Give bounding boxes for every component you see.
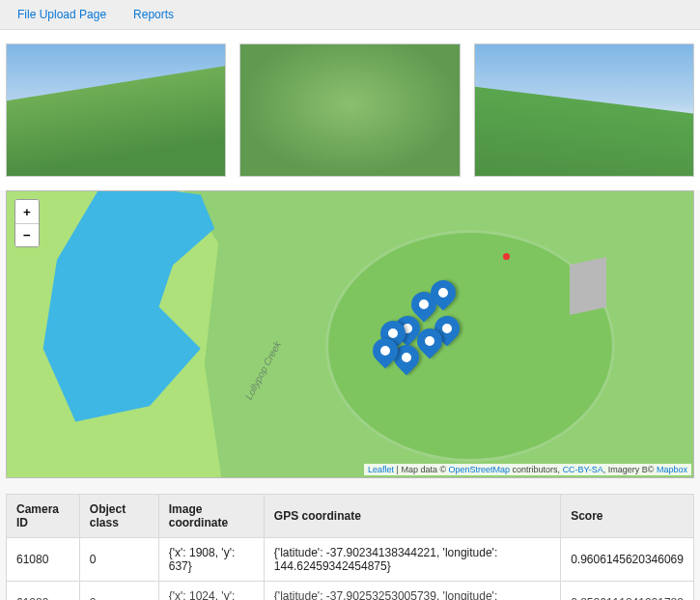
col-camera-id: Camera ID [7,495,80,538]
cell-gps-coord: {'latitude': -37.90234138344221, 'longit… [264,538,560,582]
map-zoom-control: + − [14,199,40,247]
cell-gps-coord: {'latitude': -37.90253253005739, 'longit… [264,582,560,601]
map-attribution: Leaflet | Map data © OpenStreetMap contr… [364,464,691,475]
cell-score: 0.8526111841201782 [561,582,694,601]
camera-thumbnail-2[interactable] [239,43,460,177]
attr-leaflet[interactable]: Leaflet [368,465,394,474]
top-nav: File Upload Page Reports [0,0,700,30]
detections-table: Camera ID Object class Image coordinate … [6,494,694,600]
zoom-in-button[interactable]: + [15,200,39,223]
cell-camera-id: 61080 [7,538,80,582]
attr-cc[interactable]: CC-BY-SA [563,465,603,474]
camera-thumbnail-1[interactable] [6,43,226,177]
col-object-class: Object class [79,495,158,538]
cell-camera-id: 61080 [7,582,80,601]
table-row: 610800{'x': 1024, 'y': 536}{'latitude': … [7,582,694,601]
zoom-out-button[interactable]: − [15,223,39,246]
cell-image-coord: {'x': 1908, 'y': 637} [158,538,264,582]
cell-object-class: 0 [79,582,158,601]
camera-thumbnail-3[interactable] [474,43,694,177]
map[interactable]: Lollypop Creek + − Leaflet | Map data © … [6,190,694,478]
thumbnail-row [0,30,700,190]
attr-osm[interactable]: OpenStreetMap [449,465,511,474]
attr-mapbox[interactable]: Mapbox [657,465,687,474]
map-poi-dot [503,253,510,260]
col-score: Score [561,495,694,538]
cell-score: 0.9606145620346069 [561,538,694,582]
col-gps-coord: GPS coordinate [264,495,560,538]
table-header-row: Camera ID Object class Image coordinate … [7,495,694,538]
col-image-coord: Image coordinate [158,495,264,538]
table-row: 610800{'x': 1908, 'y': 637}{'latitude': … [7,538,694,582]
cell-object-class: 0 [79,538,158,582]
cell-image-coord: {'x': 1024, 'y': 536} [158,582,264,601]
nav-file-upload[interactable]: File Upload Page [17,8,106,21]
nav-reports[interactable]: Reports [133,8,174,21]
